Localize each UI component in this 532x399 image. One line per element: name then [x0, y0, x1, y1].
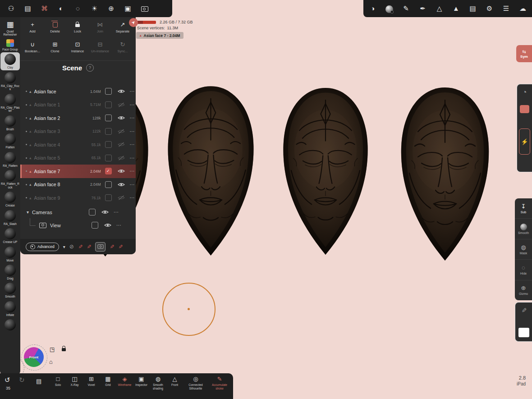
tool-quad-remesher[interactable]: ▦Quad Remesher: [0, 19, 20, 37]
undo-button[interactable]: ↺: [5, 376, 10, 384]
visibility-eye-off-icon[interactable]: [118, 156, 125, 161]
advanced-toggle[interactable]: Advanced: [26, 243, 59, 251]
alpha-icon[interactable]: ▲: [448, 0, 464, 17]
tool-ra-clay-plaster[interactable]: RA_Clay_Plaster: [0, 92, 20, 114]
scene-row-asian-face-3[interactable]: ▴ Asian face 3 122k ⋯: [20, 125, 136, 138]
stroke-toggle-icon[interactable]: ✎: [77, 244, 83, 249]
stroke-toggle-icon[interactable]: ✎: [117, 244, 124, 249]
tool-clay[interactable]: Clay: [0, 52, 20, 70]
boolean-button[interactable]: ∪Boolean...: [21, 41, 44, 53]
visibility-eye-icon[interactable]: [118, 169, 125, 174]
row-menu-button[interactable]: ⋯: [130, 168, 135, 174]
sync-button[interactable]: ↻Sync...: [111, 41, 134, 53]
select-checkbox[interactable]: [92, 222, 98, 229]
select-checkbox[interactable]: [105, 155, 112, 161]
stamp-icon[interactable]: ✒: [414, 0, 431, 17]
row-menu-button[interactable]: ⋯: [130, 182, 135, 188]
scene-row-asian-face-5[interactable]: ▴ Asian face 5 65.1k ⋯: [20, 151, 136, 165]
scene-graph-icon[interactable]: ⌘: [36, 0, 53, 17]
wireframe-button[interactable]: ◈Wireframe: [116, 376, 133, 390]
chevron-down-icon[interactable]: ▾: [27, 210, 29, 215]
select-checkbox[interactable]: [105, 141, 112, 148]
select-checkbox[interactable]: [105, 194, 112, 201]
environment-icon[interactable]: ⊕: [103, 0, 119, 17]
scene-row-asian-face[interactable]: ▴ Asian face 1.04M ⋯: [20, 85, 136, 98]
instance-button[interactable]: ⊡Instance: [66, 41, 89, 53]
tool-ra-slash[interactable]: RA_Slash: [0, 209, 20, 226]
row-menu-button[interactable]: ⋯: [130, 128, 135, 134]
smooth-shading-button[interactable]: ◍Smooth shading: [150, 376, 166, 390]
front-button[interactable]: △Front: [166, 376, 183, 390]
select-checkbox-checked[interactable]: [105, 168, 112, 174]
topology-icon[interactable]: ◌: [69, 0, 86, 17]
visibility-eye-icon[interactable]: [101, 210, 109, 215]
dial-icon[interactable]: ◔: [522, 88, 527, 97]
select-checkbox[interactable]: [105, 115, 112, 121]
smooth-button[interactable]: Smooth: [515, 218, 532, 238]
camera-mode-button[interactable]: [95, 242, 105, 252]
nav-gizmo-ball[interactable]: Front: [24, 347, 44, 367]
visibility-eye-off-icon[interactable]: [118, 129, 125, 134]
scene-row-asian-face-9[interactable]: ▴ Asian face 9 76.1k ⋯: [20, 191, 136, 205]
boolean-icon[interactable]: ◐: [53, 0, 69, 17]
select-checkbox[interactable]: [105, 88, 112, 95]
select-checkbox[interactable]: [105, 181, 112, 188]
select-checkbox[interactable]: [105, 128, 112, 135]
cameras-row[interactable]: ▾ Cameras ⋯: [20, 206, 136, 219]
sculpt-mask-2[interactable]: [278, 83, 373, 260]
row-menu-button[interactable]: ⋯: [114, 209, 119, 215]
brush-icon[interactable]: ✎: [520, 307, 527, 313]
paint-icon[interactable]: ◑: [364, 0, 381, 17]
visibility-eye-icon[interactable]: [118, 182, 125, 187]
visibility-eye-icon[interactable]: [118, 89, 125, 94]
background-image-icon[interactable]: ▣: [119, 0, 136, 17]
visibility-eye-off-icon[interactable]: [118, 102, 125, 107]
tool-move[interactable]: Move: [0, 245, 20, 263]
row-menu-button[interactable]: ⋯: [130, 155, 135, 161]
grid-button[interactable]: ▦Grid: [100, 376, 116, 390]
row-menu-button[interactable]: ⋯: [130, 142, 135, 147]
material-preview-ball[interactable]: [381, 0, 398, 17]
delete-button[interactable]: Delete: [44, 21, 66, 33]
visibility-eye-icon[interactable]: [118, 115, 125, 120]
tool-crease-up[interactable]: Crease UP: [0, 227, 20, 244]
accumulate-stroke-button[interactable]: ✎Accumulate stroke: [208, 376, 231, 390]
tool-ra-flatten[interactable]: RA_Flatten: [0, 151, 20, 168]
tool-partial[interactable]: [0, 318, 20, 331]
sub-button[interactable]: ↧Sub: [515, 198, 532, 218]
tool-ra-flatten-rock[interactable]: RA_Flatten_Rock: [0, 169, 20, 190]
scene-row-asian-face-8[interactable]: ▴ Asian face 8 2.04M ⋯: [20, 178, 136, 192]
camera-icon[interactable]: [136, 0, 153, 17]
home-icon[interactable]: ⌂: [49, 358, 53, 365]
help-icon[interactable]: ?: [86, 64, 94, 72]
inspector-button[interactable]: ▣Inspector: [133, 376, 150, 390]
select-checkbox[interactable]: [105, 101, 112, 108]
files-icon[interactable]: ▤: [19, 0, 36, 17]
join-button[interactable]: ⋈Join: [89, 21, 111, 33]
row-menu-button[interactable]: ⋯: [130, 88, 135, 94]
select-checkbox[interactable]: [89, 209, 96, 216]
tool-flatten[interactable]: Flatten: [0, 132, 20, 150]
scene-row-asian-face-2[interactable]: ▴ Asian face 2 128k ⋯: [20, 111, 136, 125]
scene-row-asian-face-4[interactable]: ▴ Asian face 4 55.1k ⋯: [20, 138, 136, 151]
visibility-eye-off-icon[interactable]: [118, 142, 125, 147]
visibility-eye-off-icon[interactable]: [118, 195, 125, 200]
settings-gear-icon[interactable]: ⚙: [481, 0, 498, 17]
row-menu-button[interactable]: ⋯: [130, 115, 135, 121]
falloff-icon[interactable]: △: [431, 0, 448, 17]
white-color-swatch[interactable]: [518, 328, 529, 337]
cloud-icon[interactable]: ☁: [514, 0, 531, 17]
row-menu-button[interactable]: ⋯: [130, 195, 135, 201]
scene-row-asian-face-7-selected[interactable]: ▴ Asian face 7 2.04M ⋯: [20, 165, 136, 178]
tool-brush[interactable]: Brush: [0, 114, 20, 132]
xray-button[interactable]: ◫X-Ray: [66, 376, 83, 390]
view-lock-icon[interactable]: [62, 348, 66, 351]
solo-button[interactable]: □Solo: [50, 376, 66, 390]
hide-button[interactable]: ◌Hide: [515, 259, 532, 280]
stroke-toggle-icon[interactable]: ✎: [86, 244, 92, 249]
no-paint-icon[interactable]: ⊘: [69, 243, 74, 250]
history-list-icon[interactable]: ▤: [36, 378, 41, 385]
scene-row-asian-face-1[interactable]: ▴ Asian face 1 5.71M ⋯: [20, 98, 136, 112]
fullscreen-icon[interactable]: ◳: [50, 346, 55, 353]
symmetry-button[interactable]: ⇆ Sym: [516, 45, 532, 62]
